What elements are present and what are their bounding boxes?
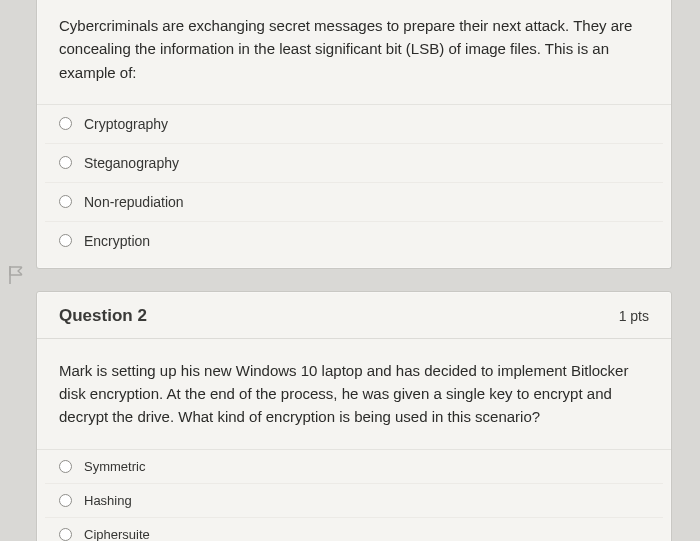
question-2-points: 1 pts — [619, 308, 649, 324]
flag-icon[interactable] — [8, 265, 24, 285]
q1-option-steganography[interactable]: Steganography — [45, 144, 663, 183]
question-1-text: Cybercriminals are exchanging secret mes… — [37, 0, 671, 104]
q2-option-symmetric[interactable]: Symmetric — [45, 450, 663, 484]
option-label: Non-repudiation — [84, 194, 184, 210]
question-1-card: Cybercriminals are exchanging secret mes… — [36, 0, 672, 269]
option-label: Ciphersuite — [84, 527, 150, 542]
option-label: Cryptography — [84, 116, 168, 132]
question-2-title: Question 2 — [59, 306, 147, 326]
question-2-header: Question 2 1 pts — [37, 292, 671, 339]
radio-icon — [59, 494, 72, 507]
radio-icon — [59, 234, 72, 247]
radio-icon — [59, 117, 72, 130]
q2-option-ciphersuite[interactable]: Ciphersuite — [45, 518, 663, 542]
question-2-answers: Symmetric Hashing Ciphersuite Asymmetric — [37, 449, 671, 542]
q1-option-encryption[interactable]: Encryption — [45, 222, 663, 260]
radio-icon — [59, 460, 72, 473]
q1-option-non-repudiation[interactable]: Non-repudiation — [45, 183, 663, 222]
q2-option-hashing[interactable]: Hashing — [45, 484, 663, 518]
question-1-answers: Cryptography Steganography Non-repudiati… — [37, 104, 671, 268]
option-label: Symmetric — [84, 459, 145, 474]
radio-icon — [59, 528, 72, 541]
question-2-card: Question 2 1 pts Mark is setting up his … — [36, 291, 672, 541]
option-label: Steganography — [84, 155, 179, 171]
option-label: Hashing — [84, 493, 132, 508]
option-label: Encryption — [84, 233, 150, 249]
radio-icon — [59, 156, 72, 169]
radio-icon — [59, 195, 72, 208]
q1-option-cryptography[interactable]: Cryptography — [45, 105, 663, 144]
question-2-text: Mark is setting up his new Windows 10 la… — [37, 339, 671, 449]
